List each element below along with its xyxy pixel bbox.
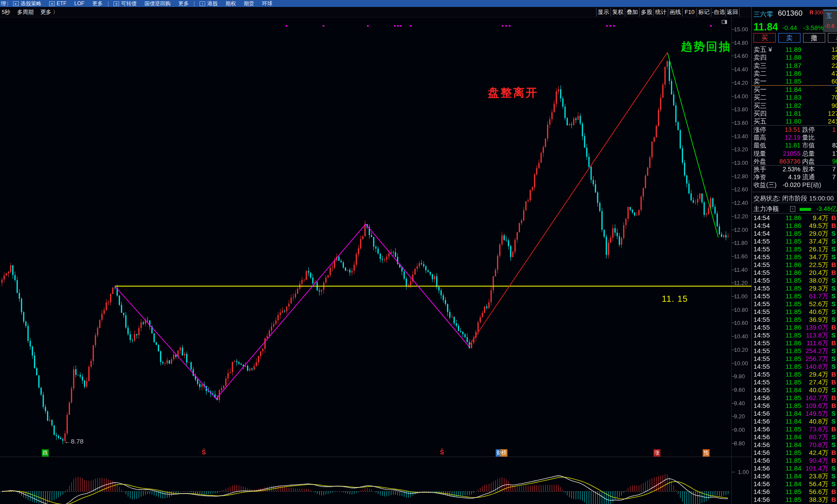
tick-row[interactable]: 14:5511.86111.6万B xyxy=(752,339,837,347)
tick-side: B xyxy=(831,261,836,269)
tick-row[interactable]: 14:5411.8529.0万S xyxy=(752,230,837,237)
tick-price: 11.84 xyxy=(777,386,801,394)
tick-row[interactable]: 14:5511.8536.9万S xyxy=(752,316,837,324)
toolbar-button-标记[interactable]: 标记 xyxy=(697,8,711,17)
tick-row[interactable]: 14:5511.8622.5万B xyxy=(752,261,837,269)
tick-row[interactable]: 14:5611.85109.6万B xyxy=(752,402,837,410)
toolbar-button-复权[interactable]: 复权 xyxy=(610,8,625,17)
order-button-撤[interactable]: 撤 xyxy=(803,33,825,43)
menu-item-1[interactable]: ılıETF xyxy=(49,0,67,7)
tick-volume: 113.8万 xyxy=(801,331,828,339)
tick-row[interactable]: 14:5611.8423.8万S xyxy=(752,472,837,480)
interactive-tab[interactable]: 互 xyxy=(826,12,832,20)
tick-row[interactable]: 14:5511.8552.6万S xyxy=(752,300,837,308)
tick-row[interactable]: 14:5511.8540.6万S xyxy=(752,308,837,316)
menu-item-partial[interactable]: 理 xyxy=(1,0,6,7)
tick-row[interactable]: 14:5611.8542.4万B xyxy=(752,449,837,457)
tick-row[interactable]: 14:5511.8620.4万B xyxy=(752,269,837,277)
menu-item-10[interactable]: 环球 xyxy=(262,0,272,7)
tick-row[interactable]: 14:5511.8561.7万S xyxy=(752,292,837,300)
order-button-单[interactable]: 单 xyxy=(828,33,837,43)
tick-row[interactable]: 14:5611.8480.7万S xyxy=(752,433,837,441)
chart-marker-榜[interactable]: 榜 xyxy=(500,449,507,457)
menu-item-0[interactable]: ▸选股策略 xyxy=(13,0,41,7)
toolbar-button-F10[interactable]: F10 xyxy=(682,8,697,17)
toolbar-button-画线[interactable]: 画线 xyxy=(668,8,682,17)
chart-marker-跌[interactable]: 跌 xyxy=(42,449,49,457)
chart-marker-Ŝ[interactable]: Ŝ xyxy=(440,449,444,456)
trading-status: 交易状态: 闭市阶段 15:00:00 xyxy=(754,194,834,203)
tick-price: 11.86 xyxy=(777,269,801,277)
bid-row-2[interactable]: 买二11.8370 xyxy=(752,93,837,101)
menu-item-7[interactable]: ▪港股 xyxy=(200,0,217,7)
bid-row-5[interactable]: 买五11.80241 xyxy=(752,117,837,125)
chart-marker-涨[interactable]: 涨 xyxy=(654,449,660,457)
menu-item-2[interactable]: LOF xyxy=(74,0,84,7)
toolbar-button-显示[interactable]: 显示 xyxy=(596,8,610,17)
bid-row-3[interactable]: 买三11.8290 xyxy=(752,102,837,110)
stat-label: 股本 xyxy=(802,165,815,173)
order-button-卖[interactable]: 卖 xyxy=(778,33,800,43)
book-level-label: 卖一 xyxy=(754,77,767,85)
tick-row[interactable]: 14:5511.8440.0万S xyxy=(752,386,837,394)
tick-side: S xyxy=(831,277,836,284)
menu-item-5[interactable]: 国债逆回购 xyxy=(144,0,170,7)
toolbar-button-统计[interactable]: 统计 xyxy=(654,8,668,17)
menu-item-4[interactable]: 8可转债 xyxy=(113,0,137,7)
ask-row-4[interactable]: 卖四11.8835 xyxy=(752,53,837,61)
tick-row[interactable]: 14:5611.84101.4万S xyxy=(752,464,837,472)
ask-row-2[interactable]: 卖二11.8647 xyxy=(752,70,837,77)
tick-row[interactable]: 14:5511.86139.0万B xyxy=(752,324,837,331)
candlestick-chart[interactable] xyxy=(0,0,751,504)
tick-row[interactable]: 14:5611.8573.8万B xyxy=(752,425,837,433)
tick-row[interactable]: 14:5511.85113.8万S xyxy=(752,331,837,339)
tick-row[interactable]: 14:5511.8529.4万B xyxy=(752,370,837,378)
tick-row[interactable]: 14:5611.8470.8万S xyxy=(752,441,837,449)
menu-item-9[interactable]: 期货 xyxy=(243,0,254,7)
ask-row-5[interactable]: 卖五 ¥11.8912 xyxy=(752,46,837,53)
pane-toggle-icon[interactable] xyxy=(722,20,727,24)
toolbar-button-返回[interactable]: 返回 xyxy=(725,8,740,17)
bid-row-1[interactable]: 买一11.842 xyxy=(752,86,837,93)
menu-item-6[interactable]: 更多 xyxy=(178,0,189,7)
period-tab-0[interactable]: 5秒 xyxy=(2,9,10,16)
tick-row[interactable]: 14:5511.8534.7万S xyxy=(752,253,837,261)
ask-row-3[interactable]: 卖三11.8722 xyxy=(752,62,837,70)
etf-icon: ılı xyxy=(49,1,55,6)
bid-row-4[interactable]: 买四11.81127 xyxy=(752,110,837,117)
tick-row[interactable]: 14:5511.8526.1万S xyxy=(752,245,837,253)
main-flow-label[interactable]: 主力净额 xyxy=(754,205,779,213)
tick-row[interactable]: 14:5511.85140.8万S xyxy=(752,363,837,370)
tick-row[interactable]: 14:5511.8538.0万S xyxy=(752,277,837,284)
tick-row[interactable]: 14:5611.8538.3万B xyxy=(752,496,837,504)
document-icon[interactable]: ≡ xyxy=(790,206,795,212)
tick-row[interactable]: 14:5511.8529.3万S xyxy=(752,284,837,292)
tick-row[interactable]: 14:5511.8527.4万B xyxy=(752,378,837,386)
tick-row[interactable]: 14:5411.869.4万B xyxy=(752,214,837,222)
tick-volume: 140.8万 xyxy=(801,363,828,370)
menu-item-8[interactable]: 期权 xyxy=(225,0,236,7)
toolbar-button-叠加[interactable]: 叠加 xyxy=(625,8,639,17)
period-tab-2[interactable]: 更多 〉 xyxy=(40,9,58,16)
menu-item-3[interactable]: 更多 xyxy=(92,0,103,7)
tick-row[interactable]: 14:5611.8590.4万B xyxy=(752,457,837,464)
period-tab-1[interactable]: 多周期 xyxy=(17,9,33,16)
ask-row-1[interactable]: 卖一11.8560 xyxy=(752,77,837,85)
tick-row[interactable]: 14:5411.8649.5万B xyxy=(752,222,837,230)
tick-row[interactable]: 14:5511.8537.4万S xyxy=(752,237,837,245)
order-button-买[interactable]: 买 xyxy=(754,33,776,43)
toolbar-button--自选[interactable]: -自选 xyxy=(711,8,725,17)
chart-marker-预[interactable]: 预 xyxy=(703,449,710,457)
stat-value: 2.53% xyxy=(771,165,800,173)
tick-row[interactable]: 14:5511.85256.7万S xyxy=(752,355,837,363)
tick-row[interactable]: 14:5611.8456.4万S xyxy=(752,480,837,488)
tick-row[interactable]: 14:5611.85162.7万B xyxy=(752,394,837,402)
chart-marker-Ŝ[interactable]: Ŝ xyxy=(202,449,206,456)
tick-row[interactable]: 14:5611.8440.8万S xyxy=(752,417,837,425)
menu-item-label: ETF xyxy=(57,0,67,7)
corner-tab-box[interactable]: 互 -0.6 xyxy=(823,10,837,32)
tick-row[interactable]: 14:5511.85254.2万S xyxy=(752,347,837,355)
tick-row[interactable]: 14:5611.84149.5万S xyxy=(752,410,837,417)
tick-row[interactable]: 14:5611.8556.6万B xyxy=(752,488,837,496)
toolbar-button-多股[interactable]: 多股 xyxy=(639,8,654,17)
